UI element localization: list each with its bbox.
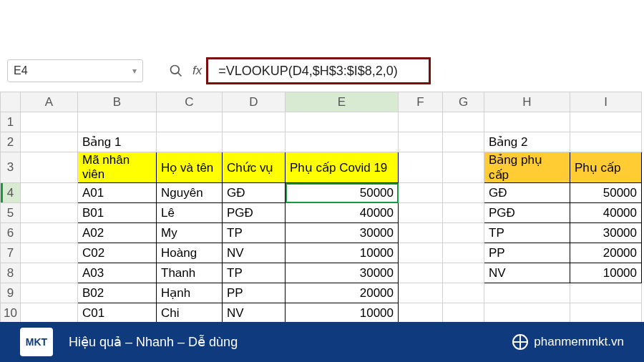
cell-I4[interactable]: 50000	[570, 183, 642, 203]
row-header-1[interactable]: 1	[1, 112, 21, 132]
cell-D2[interactable]	[223, 132, 286, 152]
cell-H9[interactable]	[484, 283, 570, 303]
cell-C8[interactable]: Thanh	[157, 263, 223, 283]
cell-B5[interactable]: B01	[78, 203, 157, 223]
row-header-8[interactable]: 8	[1, 263, 21, 283]
cell-F3[interactable]	[399, 152, 443, 183]
cell-E7[interactable]: 10000	[286, 243, 399, 263]
cell-A7[interactable]	[21, 243, 78, 263]
row-header-4[interactable]: 4	[1, 183, 21, 203]
cell-C3[interactable]: Họ và tên	[157, 152, 223, 183]
cell-I1[interactable]	[570, 112, 642, 132]
cell-A8[interactable]	[21, 263, 78, 283]
cell-F10[interactable]	[399, 303, 443, 323]
cell-G4[interactable]	[443, 183, 484, 203]
cell-D10[interactable]: NV	[223, 303, 286, 323]
cell-F7[interactable]	[399, 243, 443, 263]
cell-G1[interactable]	[443, 112, 484, 132]
fx-label[interactable]: fx	[192, 64, 202, 78]
cell-H4[interactable]: GĐ	[484, 183, 570, 203]
col-header-G[interactable]: G	[443, 92, 484, 112]
cell-B8[interactable]: A03	[78, 263, 157, 283]
cell-C10[interactable]: Chi	[157, 303, 223, 323]
cell-C5[interactable]: Lê	[157, 203, 223, 223]
cell-A5[interactable]	[21, 203, 78, 223]
cell-A2[interactable]	[21, 132, 78, 152]
cell-G6[interactable]	[443, 223, 484, 243]
col-header-F[interactable]: F	[399, 92, 443, 112]
cell-B1[interactable]	[78, 112, 157, 132]
formula-input[interactable]: =VLOOKUP(D4,$H$3:$I$8,2,0)	[206, 57, 431, 84]
cell-D5[interactable]: PGĐ	[223, 203, 286, 223]
cell-G8[interactable]	[443, 263, 484, 283]
cell-C4[interactable]: Nguyên	[157, 183, 223, 203]
cell-D6[interactable]: TP	[223, 223, 286, 243]
cell-H1[interactable]	[484, 112, 570, 132]
row-header-10[interactable]: 10	[1, 303, 21, 323]
cell-A3[interactable]	[21, 152, 78, 183]
row-header-9[interactable]: 9	[1, 283, 21, 303]
col-header-B[interactable]: B	[78, 92, 157, 112]
cell-I2[interactable]	[570, 132, 642, 152]
cell-E3[interactable]: Phụ cấp Covid 19	[286, 152, 399, 183]
cell-B9[interactable]: B02	[78, 283, 157, 303]
cell-I8[interactable]: 10000	[570, 263, 642, 283]
cell-G3[interactable]	[443, 152, 484, 183]
cell-C9[interactable]: Hạnh	[157, 283, 223, 303]
select-all-cell[interactable]	[1, 92, 21, 112]
cell-D8[interactable]: TP	[223, 263, 286, 283]
cell-F1[interactable]	[399, 112, 443, 132]
cell-H3[interactable]: Bảng phụ cấp	[484, 152, 570, 183]
cell-F8[interactable]	[399, 263, 443, 283]
cell-H8[interactable]: NV	[484, 263, 570, 283]
col-header-E[interactable]: E	[286, 92, 399, 112]
cell-B6[interactable]: A02	[78, 223, 157, 243]
cell-E9[interactable]: 20000	[286, 283, 399, 303]
cell-E8[interactable]: 30000	[286, 263, 399, 283]
cell-D1[interactable]	[223, 112, 286, 132]
name-box[interactable]: E4 ▾	[7, 59, 143, 82]
row-header-2[interactable]: 2	[1, 132, 21, 152]
cell-I3[interactable]: Phụ cấp	[570, 152, 642, 183]
cell-E10[interactable]: 10000	[286, 303, 399, 323]
cell-D7[interactable]: NV	[223, 243, 286, 263]
cell-F5[interactable]	[399, 203, 443, 223]
cell-I10[interactable]	[570, 303, 642, 323]
cell-G5[interactable]	[443, 203, 484, 223]
cell-C7[interactable]: Hoàng	[157, 243, 223, 263]
cell-B7[interactable]: C02	[78, 243, 157, 263]
cell-A10[interactable]	[21, 303, 78, 323]
col-header-I[interactable]: I	[570, 92, 642, 112]
cell-G2[interactable]	[443, 132, 484, 152]
cell-E1[interactable]	[286, 112, 399, 132]
cell-I9[interactable]	[570, 283, 642, 303]
cell-I5[interactable]: 40000	[570, 203, 642, 223]
cell-A4[interactable]	[21, 183, 78, 203]
col-header-A[interactable]: A	[21, 92, 78, 112]
cell-G7[interactable]	[443, 243, 484, 263]
cell-G10[interactable]	[443, 303, 484, 323]
cell-E4[interactable]: 50000	[286, 183, 399, 203]
cell-B2[interactable]: Bảng 1	[78, 132, 157, 152]
row-header-6[interactable]: 6	[1, 223, 21, 243]
cell-E5[interactable]: 40000	[286, 203, 399, 223]
cell-H6[interactable]: TP	[484, 223, 570, 243]
cell-A6[interactable]	[21, 223, 78, 243]
cell-H5[interactable]: PGĐ	[484, 203, 570, 223]
cell-C6[interactable]: My	[157, 223, 223, 243]
cell-E2[interactable]	[286, 132, 399, 152]
col-header-H[interactable]: H	[484, 92, 570, 112]
magnify-icon[interactable]	[168, 63, 184, 79]
col-header-C[interactable]: C	[157, 92, 223, 112]
cell-A1[interactable]	[21, 112, 78, 132]
cell-F2[interactable]	[399, 132, 443, 152]
cell-C2[interactable]	[157, 132, 223, 152]
row-header-5[interactable]: 5	[1, 203, 21, 223]
cell-B4[interactable]: A01	[78, 183, 157, 203]
cell-H10[interactable]	[484, 303, 570, 323]
col-header-D[interactable]: D	[223, 92, 286, 112]
cell-B3[interactable]: Mã nhân viên	[78, 152, 157, 183]
cell-G9[interactable]	[443, 283, 484, 303]
spreadsheet-grid[interactable]: ABCDEFGHI12Bảng 1Bảng 23Mã nhân viênHọ v…	[0, 92, 644, 322]
cell-E6[interactable]: 30000	[286, 223, 399, 243]
